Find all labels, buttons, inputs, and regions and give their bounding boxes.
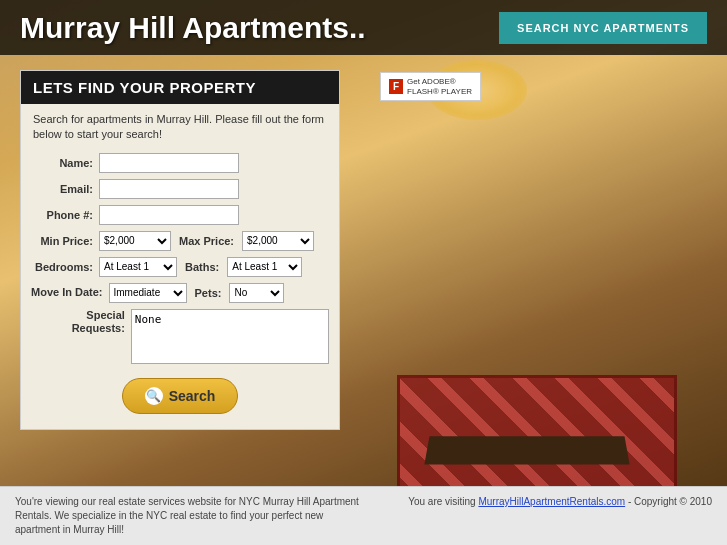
room-rug-decoration (397, 375, 677, 495)
max-price-select[interactable]: $2,000 $500 $1,000 $1,500 $2,500 $3,000 (242, 231, 314, 251)
baths-label: Baths: (181, 261, 223, 273)
special-requests-row: Special Requests: None (31, 309, 329, 364)
bed-bath-group: At Least 1 Any At Least 2 At Least 3 4+ … (99, 257, 302, 277)
max-price-label: Max Price: (175, 235, 238, 247)
site-title: Murray Hill Apartments.. (20, 11, 366, 45)
pets-label: Pets: (191, 287, 226, 299)
footer-right-prefix: You are visiting (408, 496, 478, 507)
search-nyc-button[interactable]: SEARCH NYC APARTMENTS (499, 12, 707, 44)
bedrooms-label: Bedrooms: (31, 261, 99, 273)
search-button-label: Search (169, 388, 216, 404)
flash-notice: F Get ADOBE® FLASH® PLAYER (380, 72, 481, 101)
movein-select[interactable]: Immediate 1 Month 2 Months 3 Months (109, 283, 187, 303)
price-row: Min Price: $2,000 $500 $1,000 $1,500 $2,… (31, 231, 329, 251)
name-row: Name: (31, 153, 329, 173)
email-row: Email: (31, 179, 329, 199)
phone-row: Phone #: (31, 205, 329, 225)
footer-left-text: You're viewing our real estate services … (15, 495, 365, 537)
footer: You're viewing our real estate services … (0, 486, 727, 545)
email-input[interactable] (99, 179, 239, 199)
form-header: LETS FIND YOUR PROPERTY (21, 71, 339, 104)
form-fields: Name: Email: Phone #: Min Price: $2,000 … (21, 153, 339, 364)
movein-label: Move In Date: (31, 286, 109, 299)
phone-input[interactable] (99, 205, 239, 225)
footer-right-suffix: - Copyright © 2010 (625, 496, 712, 507)
name-input[interactable] (99, 153, 239, 173)
property-search-form: LETS FIND YOUR PROPERTY Search for apart… (20, 70, 340, 430)
price-group: $2,000 $500 $1,000 $1,500 $2,500 $3,000 … (99, 231, 314, 251)
bedrooms-row: Bedrooms: At Least 1 Any At Least 2 At L… (31, 257, 329, 277)
movein-row: Move In Date: Immediate 1 Month 2 Months… (31, 283, 329, 303)
flash-icon: F (389, 79, 403, 94)
special-requests-input[interactable]: None (131, 309, 329, 364)
bedrooms-select[interactable]: At Least 1 Any At Least 2 At Least 3 4+ (99, 257, 177, 277)
footer-right: You are visiting MurrayHillApartmentRent… (408, 495, 712, 509)
name-label: Name: (31, 157, 99, 169)
search-icon: 🔍 (145, 387, 163, 405)
movein-group: Immediate 1 Month 2 Months 3 Months Pets… (109, 283, 285, 303)
phone-label: Phone #: (31, 209, 99, 221)
min-price-select[interactable]: $2,000 $500 $1,000 $1,500 $2,500 $3,000 (99, 231, 171, 251)
pets-select[interactable]: No Yes (229, 283, 284, 303)
baths-select[interactable]: At Least 1 Any At Least 2 At Least 3 (227, 257, 302, 277)
footer-site-link[interactable]: MurrayHillApartmentRentals.com (478, 496, 625, 507)
email-label: Email: (31, 183, 99, 195)
room-table-decoration (424, 436, 629, 464)
flash-text: Get ADOBE® FLASH® PLAYER (407, 77, 472, 96)
search-button-row: 🔍 Search (21, 370, 339, 414)
header-bar: Murray Hill Apartments.. SEARCH NYC APAR… (0, 0, 727, 55)
special-requests-label: Special Requests: (31, 309, 131, 335)
search-button[interactable]: 🔍 Search (122, 378, 239, 414)
form-description: Search for apartments in Murray Hill. Pl… (21, 104, 339, 153)
min-price-label: Min Price: (31, 235, 99, 247)
